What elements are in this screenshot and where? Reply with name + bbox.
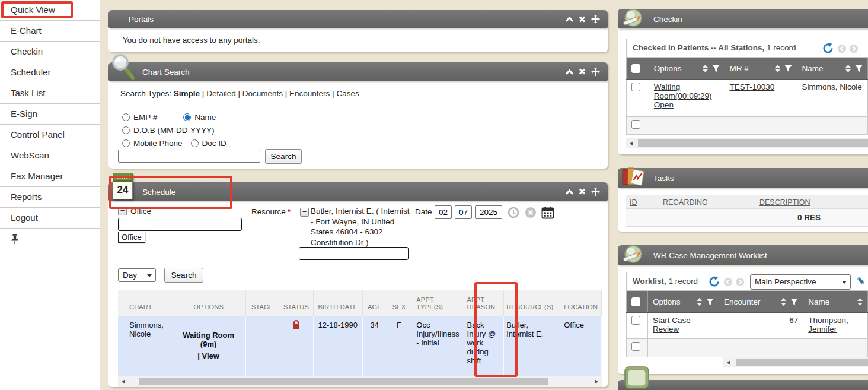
schedule-view-select[interactable]: Day: [118, 268, 156, 282]
time-icon[interactable]: [508, 207, 519, 218]
collapse-icon[interactable]: [566, 188, 573, 195]
filter-funnel-icon[interactable]: [790, 298, 798, 306]
sidebar-item-task-list[interactable]: Task List: [0, 83, 100, 104]
sidebar-item-scheduler[interactable]: Scheduler: [0, 62, 100, 83]
col-regarding[interactable]: REGARDING: [663, 195, 708, 210]
open-link[interactable]: Open: [654, 100, 674, 109]
col-encounter[interactable]: Encounter: [719, 291, 803, 313]
sidebar-item-quick-view[interactable]: Quick View: [0, 0, 100, 21]
col-mr-number[interactable]: MR #: [725, 58, 797, 80]
col-sex[interactable]: SEX: [387, 290, 411, 316]
next-page-icon[interactable]: [849, 44, 859, 53]
sidebar-item-logout[interactable]: Logout: [0, 208, 100, 229]
col-location[interactable]: LOCATION: [560, 290, 602, 316]
search-type-detailed[interactable]: Detailed: [206, 89, 236, 98]
move-icon[interactable]: [591, 67, 600, 76]
perspective-select[interactable]: Main Perspective: [750, 274, 851, 290]
col-stage[interactable]: STAGE: [245, 290, 279, 316]
col-options[interactable]: Options: [649, 58, 725, 80]
cell-chart-name[interactable]: Simmons, Nicole: [118, 316, 171, 376]
chart-search-button[interactable]: Search: [265, 149, 302, 164]
date-day-input[interactable]: [455, 205, 472, 219]
col-status[interactable]: STATUS: [279, 290, 313, 316]
refresh-icon[interactable]: [822, 43, 834, 54]
sidebar-pin-toggle[interactable]: [0, 229, 100, 249]
radio-mobile-phone[interactable]: [122, 139, 130, 147]
prev-page-icon[interactable]: [723, 277, 733, 287]
col-birth-date[interactable]: BIRTH DATE: [313, 290, 362, 316]
prev-page-icon[interactable]: [837, 44, 847, 53]
col-description[interactable]: DESCRIPTION: [760, 195, 810, 210]
sort-icon[interactable]: [697, 298, 702, 306]
col-name[interactable]: Name: [797, 58, 867, 80]
filter-funnel-icon[interactable]: [784, 65, 792, 72]
schedule-search-button[interactable]: Search: [164, 268, 203, 283]
col-options[interactable]: OPTIONS: [171, 290, 246, 316]
scroll-thumb[interactable]: [638, 139, 868, 147]
chart-search-input[interactable]: [118, 150, 260, 163]
schedule-hscrollbar[interactable]: [118, 376, 602, 387]
search-type-documents[interactable]: Documents: [242, 89, 283, 98]
view-link[interactable]: | View: [174, 351, 243, 360]
search-type-cases[interactable]: Cases: [336, 89, 359, 98]
sidebar-item-reports[interactable]: Reports: [0, 187, 100, 208]
date-year-input[interactable]: [475, 205, 502, 219]
sidebar-item-e-chart[interactable]: E-Chart: [0, 21, 100, 42]
radio-doc-id[interactable]: [191, 139, 199, 147]
sort-icon[interactable]: [703, 65, 708, 72]
patient-name-link[interactable]: Thompson, Jennifer: [808, 316, 848, 334]
col-chart[interactable]: CHART: [118, 290, 171, 316]
select-all-checkbox[interactable]: [631, 64, 640, 73]
col-name[interactable]: Name: [803, 291, 868, 313]
calendar-picker-icon[interactable]: [541, 206, 554, 219]
cutoff-dropdown[interactable]: [859, 40, 868, 56]
col-id[interactable]: ID: [630, 195, 637, 210]
scroll-right-arrow[interactable]: [595, 379, 598, 384]
sidebar-item-checkin[interactable]: Checkin: [0, 42, 100, 62]
select-all-checkbox[interactable]: [631, 297, 640, 306]
row-checkbox[interactable]: [631, 120, 640, 129]
search-type-encounters[interactable]: Encounters: [289, 89, 330, 98]
clear-date-icon[interactable]: [525, 207, 537, 218]
start-case-review-link[interactable]: Start Case Review: [653, 316, 691, 334]
col-resources[interactable]: RESOURCE(S): [504, 290, 560, 316]
scroll-left-arrow[interactable]: [630, 141, 633, 146]
sort-icon[interactable]: [845, 65, 851, 72]
next-page-icon[interactable]: [735, 277, 745, 287]
row-checkbox[interactable]: [631, 83, 640, 91]
mr-number-link[interactable]: TEST-10030: [730, 83, 775, 91]
radio-dob[interactable]: [122, 126, 130, 134]
scroll-left-arrow[interactable]: [727, 360, 730, 365]
edit-pencil-icon[interactable]: [856, 275, 867, 287]
close-icon[interactable]: [579, 15, 586, 23]
waiting-room-status-link[interactable]: Waiting Room (9m): [174, 331, 243, 348]
filter-funnel-icon[interactable]: [855, 65, 863, 72]
date-month-input[interactable]: [435, 205, 452, 219]
sort-icon[interactable]: [857, 298, 863, 306]
checkin-hscrollbar[interactable]: [626, 138, 868, 148]
scroll-thumb[interactable]: [139, 378, 548, 385]
row-checkbox[interactable]: [631, 316, 640, 325]
sort-icon[interactable]: [781, 298, 786, 306]
radio-name[interactable]: [183, 113, 191, 121]
row-checkbox[interactable]: [631, 342, 640, 351]
search-type-simple[interactable]: Simple: [174, 89, 200, 98]
sidebar-item-control-panel[interactable]: Control Panel: [0, 125, 100, 145]
col-appt-reason[interactable]: APPT. REASON: [462, 290, 504, 316]
waiting-room-timer-link[interactable]: Waiting Room(00:09:29): [654, 83, 720, 100]
move-icon[interactable]: [591, 187, 600, 196]
office-input[interactable]: [118, 218, 242, 231]
worklist-hscrollbar[interactable]: [723, 357, 868, 367]
office-collapse-button[interactable]: −: [118, 207, 127, 215]
sidebar-item-webscan[interactable]: WebScan: [0, 145, 100, 166]
col-options[interactable]: Options: [648, 291, 719, 313]
close-icon[interactable]: [579, 68, 586, 75]
refresh-icon[interactable]: [709, 276, 720, 287]
schedule-appointment-row[interactable]: Simmons, Nicole Waiting Room (9m) | View…: [118, 316, 602, 376]
sort-icon[interactable]: [775, 65, 780, 72]
resource-input[interactable]: [299, 247, 409, 260]
move-icon[interactable]: [591, 15, 600, 24]
filter-funnel-icon[interactable]: [712, 65, 720, 72]
collapse-icon[interactable]: [566, 68, 573, 75]
encounter-link[interactable]: 67: [789, 316, 798, 325]
